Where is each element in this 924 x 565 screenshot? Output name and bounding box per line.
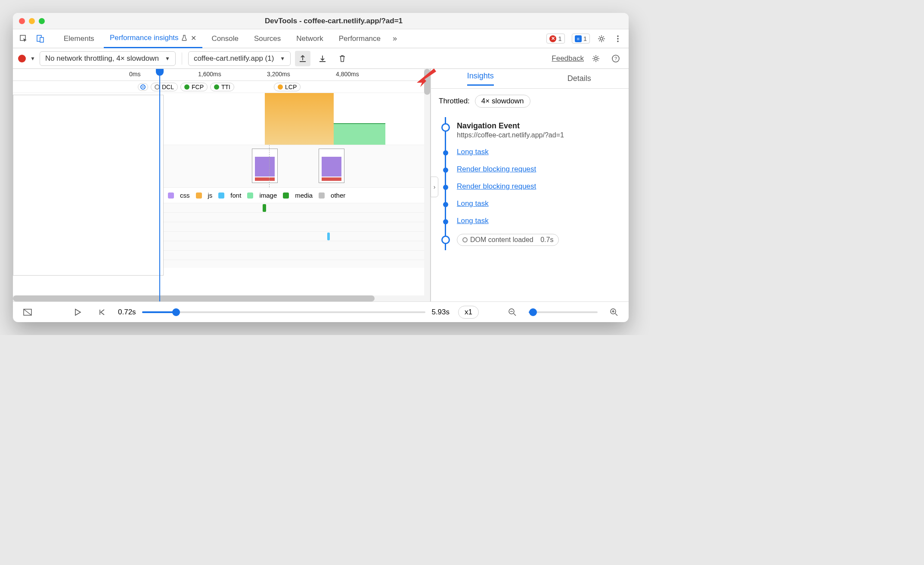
zoom-slider[interactable]	[529, 311, 598, 313]
insight-item[interactable]: Long task	[441, 212, 621, 230]
chevron-down-icon: ▼	[165, 56, 170, 62]
titlebar: DevTools - coffee-cart.netlify.app/?ad=1	[13, 13, 629, 29]
import-button[interactable]	[315, 51, 330, 66]
tab-elements[interactable]: Elements	[58, 29, 100, 48]
insight-navigation-event[interactable]: Navigation Event https://coffee-cart.net…	[441, 117, 621, 143]
marker-lcp[interactable]: LCP	[274, 83, 301, 91]
insight-dcl[interactable]: DOM content loaded 0.7s	[441, 230, 621, 250]
insight-link[interactable]: Long task	[457, 217, 489, 225]
record-dropdown-icon[interactable]: ▼	[30, 56, 35, 62]
insight-link[interactable]: Long task	[457, 199, 489, 208]
play-button[interactable]	[70, 304, 85, 320]
insight-item[interactable]: Long task	[441, 195, 621, 212]
messages-badge[interactable]: ≡ 1	[572, 34, 590, 43]
maximize-window-button[interactable]	[39, 18, 45, 24]
tab-sources[interactable]: Sources	[248, 29, 287, 48]
zoom-in-icon[interactable]	[606, 304, 622, 320]
vertical-scrollbar[interactable]	[424, 69, 430, 295]
ruler-tick: 1,600ms	[198, 71, 221, 78]
experimental-icon	[181, 35, 187, 41]
marker-fcp[interactable]: FCP	[180, 83, 208, 91]
event-bullet-icon	[441, 236, 450, 244]
time-slider[interactable]	[142, 311, 426, 313]
export-button[interactable]	[295, 51, 310, 66]
svg-point-6	[617, 40, 619, 42]
svg-line-19	[615, 314, 617, 316]
zoom-out-icon[interactable]	[505, 304, 520, 320]
font-swatch-icon	[218, 192, 224, 199]
svg-line-15	[514, 314, 516, 316]
feedback-link[interactable]: Feedback	[552, 54, 584, 63]
insight-link[interactable]: Long task	[457, 148, 489, 156]
record-button[interactable]	[18, 55, 26, 62]
delete-button[interactable]	[335, 51, 350, 66]
throttling-value: No network throttling, 4× slowdown	[45, 54, 159, 63]
nav-title: Navigation Event	[457, 121, 621, 130]
time-ruler[interactable]: 0ms 1,600ms 3,200ms 4,800ms	[13, 69, 430, 81]
insight-link[interactable]: Render blocking request	[457, 165, 536, 173]
rewind-button[interactable]	[94, 304, 109, 320]
main-tabbar: Elements Performance insights ✕ Console …	[13, 29, 629, 48]
sidebar-tabs: Insights Details	[431, 69, 629, 89]
traffic-lights	[19, 18, 45, 24]
svg-line-12	[24, 309, 31, 315]
insight-item[interactable]: Render blocking request	[441, 161, 621, 178]
marker-tti[interactable]: TTI	[210, 83, 234, 91]
tab-performance-insights[interactable]: Performance insights ✕	[104, 29, 202, 48]
marker-nav[interactable]	[138, 83, 148, 91]
request-chip[interactable]	[327, 233, 330, 240]
errors-badge[interactable]: ✕ 1	[546, 34, 564, 43]
tab-label: Performance insights	[110, 34, 179, 42]
request-chip[interactable]	[263, 204, 266, 212]
timeline-panel[interactable]: 0ms 1,600ms 3,200ms 4,800ms DCL FCP TTI …	[13, 69, 431, 301]
messages-count: 1	[583, 35, 587, 42]
insight-item[interactable]: Long task	[441, 143, 621, 161]
svg-text:?: ?	[614, 56, 617, 61]
ruler-tick: 3,200ms	[267, 71, 290, 78]
device-toggle-icon[interactable]	[34, 32, 47, 45]
tab-insights[interactable]: Insights	[431, 69, 530, 88]
screenshot-thumb[interactable]	[319, 149, 344, 183]
throttled-pill[interactable]: 4× slowdown	[475, 95, 530, 108]
insights-toolbar: ▼ No network throttling, 4× slowdown ▼ c…	[13, 48, 629, 69]
throttling-select[interactable]: No network throttling, 4× slowdown ▼	[40, 51, 176, 66]
close-tab-icon[interactable]: ✕	[191, 34, 196, 42]
lcp-dot-icon	[278, 84, 283, 90]
tab-details[interactable]: Details	[530, 69, 629, 88]
insights-sidebar: › Insights Details Throttled: 4× slowdow…	[431, 69, 629, 301]
insight-item[interactable]: Render blocking request	[441, 178, 621, 195]
marker-dcl[interactable]: DCL	[151, 83, 178, 91]
screenshot-thumb[interactable]	[252, 149, 278, 183]
panel-settings-icon[interactable]	[588, 51, 604, 66]
insight-link[interactable]: Render blocking request	[457, 182, 536, 190]
tab-performance[interactable]: Performance	[333, 29, 387, 48]
recording-value: coffee-cart.netlify.app (1)	[194, 54, 274, 63]
playhead[interactable]	[159, 69, 160, 301]
dcl-dot-icon	[462, 237, 468, 242]
close-window-button[interactable]	[19, 18, 25, 24]
ruler-tick: 0ms	[129, 71, 140, 78]
help-icon[interactable]: ?	[608, 51, 623, 66]
toggle-screenshots-icon[interactable]	[20, 304, 35, 320]
insights-list[interactable]: Navigation Event https://coffee-cart.net…	[431, 114, 629, 301]
tab-network[interactable]: Network	[290, 29, 329, 48]
playback-footer: 0.72s 5.93s x1	[13, 301, 629, 322]
inspect-icon[interactable]	[17, 32, 30, 45]
svg-point-5	[617, 38, 619, 40]
horizontal-scrollbar[interactable]	[13, 295, 430, 301]
more-tabs-icon[interactable]: »	[390, 34, 400, 43]
dcl-pill[interactable]: DOM content loaded 0.7s	[457, 234, 559, 246]
total-time: 5.93s	[431, 308, 450, 317]
collapse-sidebar-icon[interactable]: ›	[431, 177, 438, 197]
window-title: DevTools - coffee-cart.netlify.app/?ad=1	[45, 17, 623, 25]
speed-pill[interactable]: x1	[458, 306, 479, 319]
current-time: 0.72s	[118, 308, 136, 317]
tab-console[interactable]: Console	[206, 29, 245, 48]
minimize-window-button[interactable]	[29, 18, 35, 24]
chevron-down-icon: ▼	[280, 56, 285, 62]
errors-count: 1	[558, 35, 561, 42]
other-swatch-icon	[319, 192, 325, 199]
recording-select[interactable]: coffee-cart.netlify.app (1) ▼	[188, 51, 291, 66]
more-menu-icon[interactable]	[611, 32, 624, 45]
settings-icon[interactable]	[595, 32, 608, 45]
